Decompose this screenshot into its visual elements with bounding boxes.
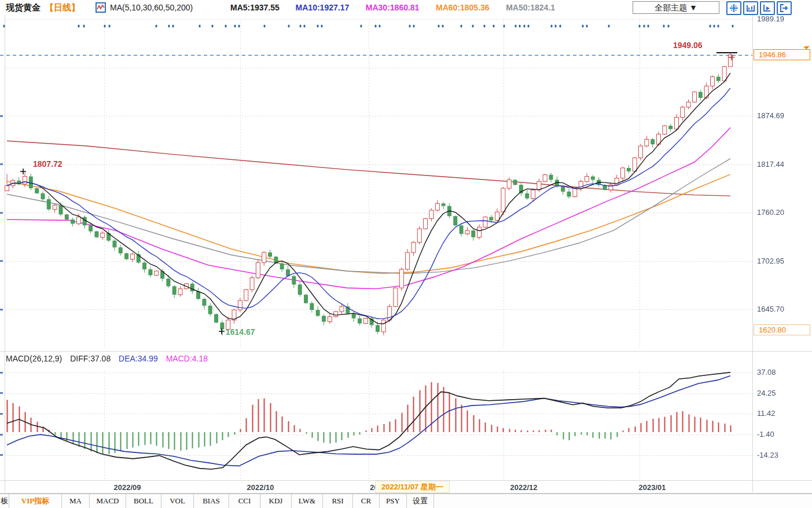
macd-tick-label: 11.42 — [757, 409, 776, 418]
toolbar-tab-PSY[interactable]: PSY — [380, 494, 407, 508]
trading-app-window: 现货黄金 【日线】 MA(5,10,30,60,50,200) MA5:1937… — [0, 0, 812, 508]
time-axis-label: 2022/12 — [510, 483, 538, 492]
macd-tick-label: 24.25 — [757, 389, 776, 397]
symbol-name: 现货黄金 — [6, 2, 41, 13]
macd-indicator-header: MACD(26,12,9) DIFF:37.08 DEA:34.99 MACD:… — [6, 354, 214, 363]
export-icon[interactable] — [777, 1, 792, 15]
crosshair-icon[interactable] — [726, 1, 741, 15]
toolbar-tab-RSI[interactable]: RSI — [323, 494, 353, 508]
macd-hist-value: MACD:4.18 — [166, 354, 208, 363]
session-high-label: 1949.06 — [673, 41, 703, 50]
left-high-label: 1807.72 — [33, 159, 63, 169]
ma-value-4: MA50:1824.1 — [506, 3, 555, 12]
chart-header: 现货黄金 【日线】 MA(5,10,30,60,50,200) MA5:1937… — [0, 0, 812, 15]
region-select-icon[interactable] — [743, 1, 758, 15]
price-tick-label: 1817.44 — [757, 160, 784, 169]
price-tick-label: 1645.70 — [757, 305, 784, 313]
macd-tick-label: 37.08 — [757, 368, 776, 377]
indicator-toolbar: 板VIP指标MAMACDBOLLVOLBIASCCIKDJLW&RSICRPSY… — [0, 494, 812, 508]
macd-formula-label: MACD(26,12,9) — [6, 354, 62, 363]
toolbar-tab-BIAS[interactable]: BIAS — [194, 494, 229, 508]
ma-value-1: MA10:1927.17 — [296, 3, 350, 12]
toolbar-tab-MA[interactable]: MA — [62, 494, 90, 508]
price-tick-label: 1702.95 — [757, 257, 784, 265]
current-price-box: 1946.86 — [754, 49, 810, 60]
theme-dropdown[interactable]: 全部主题 ▼ — [633, 1, 719, 14]
toolbar-tab-板[interactable]: 板 — [0, 494, 9, 508]
toolbar-tab-VOL[interactable]: VOL — [161, 494, 194, 508]
toolbar-tab-BOLL[interactable]: BOLL — [126, 494, 161, 508]
ma-value-0: MA5:1937.55 — [230, 3, 280, 12]
ma-value-3: MA60:1805.36 — [436, 3, 490, 12]
macd-tick-label: -14.23 — [757, 451, 778, 459]
period-label[interactable]: 【日线】 — [45, 2, 80, 13]
toolbar-tab-CCI[interactable]: CCI — [229, 494, 260, 508]
low-marker-box: 1620.80 — [754, 324, 810, 335]
date-tooltip: 2022/11/07 星期一 — [375, 481, 450, 493]
macd-tick-label: -1.40 — [757, 430, 774, 438]
toolbar-tab-CR[interactable]: CR — [353, 494, 380, 508]
candlestick-chart-canvas[interactable] — [0, 0, 812, 508]
macd-dea-value: DEA:34.99 — [119, 354, 158, 363]
time-axis-label: 2022/09 — [114, 483, 141, 492]
toolbar-tab-LW&[interactable]: LW& — [292, 494, 323, 508]
macd-diff-value: DIFF:37.08 — [70, 354, 111, 363]
toolbar-tab-设置[interactable]: 设置 — [407, 494, 434, 508]
toolbar-tab-MACD[interactable]: MACD — [90, 494, 126, 508]
toolbar-tab-VIP指标[interactable]: VIP指标 — [9, 494, 62, 508]
visible-low-label: 1614.67 — [226, 327, 255, 337]
price-tick-label: 1760.20 — [757, 208, 784, 217]
ma-value-2: MA30:1860.81 — [366, 3, 420, 12]
time-axis-label: 2023/01 — [639, 483, 666, 492]
toolbar-tab-KDJ[interactable]: KDJ — [260, 494, 292, 508]
annotate-play-icon[interactable] — [760, 1, 775, 15]
ma-formula-label: MA(5,10,30,60,50,200) — [110, 3, 193, 12]
time-axis-label: 2022/10 — [247, 483, 274, 492]
price-tick-label: 1989.19 — [757, 14, 784, 23]
price-tick-label: 1874.69 — [757, 111, 784, 120]
candlestick-chart-icon — [95, 2, 106, 15]
